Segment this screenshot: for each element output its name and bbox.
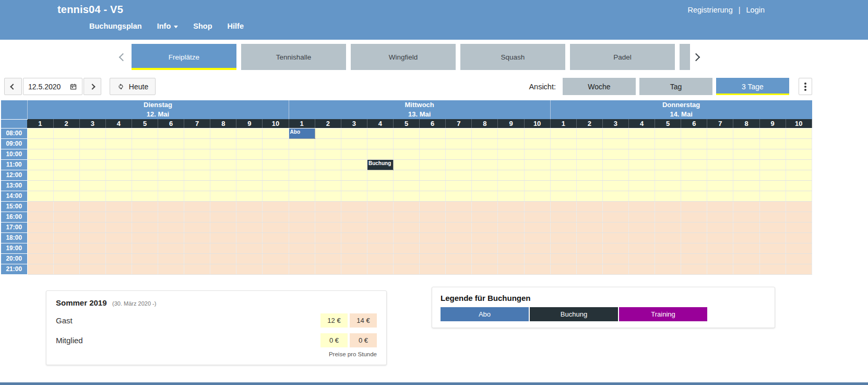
slot[interactable] — [420, 191, 446, 201]
slot[interactable] — [576, 222, 602, 232]
slot[interactable] — [524, 149, 550, 159]
slot[interactable] — [263, 191, 289, 201]
slot[interactable] — [367, 128, 393, 138]
slot[interactable] — [27, 201, 53, 212]
slot[interactable] — [629, 243, 655, 253]
slot[interactable] — [27, 253, 53, 264]
slot[interactable] — [759, 232, 786, 243]
slot[interactable] — [524, 159, 550, 170]
slot[interactable] — [707, 138, 733, 149]
slot[interactable] — [289, 222, 315, 232]
slot[interactable] — [79, 128, 105, 138]
slot[interactable] — [27, 212, 53, 222]
slot[interactable] — [472, 222, 498, 232]
slot[interactable] — [263, 232, 289, 243]
slot[interactable] — [394, 128, 420, 138]
slot[interactable] — [786, 170, 812, 180]
slot[interactable] — [184, 191, 210, 201]
slot[interactable] — [576, 138, 602, 149]
slot[interactable] — [681, 264, 707, 274]
slot[interactable] — [655, 253, 681, 264]
slot[interactable] — [341, 170, 367, 180]
slot[interactable] — [655, 128, 681, 138]
slot[interactable] — [367, 138, 393, 149]
slot[interactable] — [105, 264, 132, 274]
slot[interactable] — [786, 149, 812, 159]
prev-date-button[interactable] — [4, 78, 22, 95]
slot[interactable] — [602, 201, 628, 212]
slot[interactable] — [367, 243, 393, 253]
slot[interactable] — [602, 138, 628, 149]
slot[interactable] — [184, 159, 210, 170]
slot[interactable] — [315, 170, 341, 180]
slot[interactable] — [707, 180, 733, 191]
slot[interactable] — [394, 243, 420, 253]
slot[interactable] — [132, 138, 158, 149]
slot[interactable] — [236, 243, 263, 253]
slot[interactable] — [576, 201, 602, 212]
slot[interactable] — [681, 201, 707, 212]
slot[interactable] — [341, 128, 367, 138]
slot[interactable] — [655, 180, 681, 191]
slot[interactable] — [27, 222, 53, 232]
slot[interactable] — [786, 138, 812, 149]
slot[interactable] — [79, 191, 105, 201]
slot[interactable] — [576, 149, 602, 159]
slot[interactable] — [158, 243, 184, 253]
slot[interactable] — [289, 180, 315, 191]
slot[interactable] — [79, 212, 105, 222]
slot[interactable] — [733, 170, 759, 180]
slot[interactable] — [786, 232, 812, 243]
slot[interactable] — [53, 212, 79, 222]
slot[interactable] — [472, 201, 498, 212]
nav-item-info[interactable]: Info — [157, 22, 179, 30]
nav-item-buchungsplan[interactable]: Buchungsplan — [89, 22, 142, 30]
tab-tennishalle[interactable]: Tennishalle — [241, 44, 346, 70]
slot[interactable] — [550, 149, 576, 159]
slot[interactable] — [576, 232, 602, 243]
slot[interactable] — [524, 253, 550, 264]
slot[interactable] — [184, 180, 210, 191]
slot[interactable] — [210, 138, 236, 149]
slot[interactable] — [524, 222, 550, 232]
slot[interactable] — [158, 170, 184, 180]
slot[interactable] — [315, 128, 341, 138]
slot[interactable] — [105, 170, 132, 180]
slot[interactable] — [105, 222, 132, 232]
slot[interactable] — [263, 149, 289, 159]
slot[interactable] — [707, 212, 733, 222]
slot[interactable] — [132, 243, 158, 253]
slot[interactable] — [524, 232, 550, 243]
slot[interactable] — [394, 222, 420, 232]
slot[interactable] — [79, 201, 105, 212]
slot[interactable] — [498, 191, 524, 201]
slot[interactable] — [759, 253, 786, 264]
view-button-tag[interactable]: Tag — [639, 78, 712, 95]
slot[interactable] — [733, 212, 759, 222]
slot[interactable] — [472, 264, 498, 274]
slot[interactable] — [367, 191, 393, 201]
slot[interactable] — [472, 191, 498, 201]
slot[interactable] — [498, 138, 524, 149]
slot[interactable] — [550, 264, 576, 274]
slot[interactable] — [184, 264, 210, 274]
slot[interactable] — [681, 128, 707, 138]
slot[interactable] — [341, 212, 367, 222]
slot[interactable] — [184, 128, 210, 138]
slot[interactable] — [394, 138, 420, 149]
slot[interactable] — [498, 253, 524, 264]
slot[interactable] — [289, 243, 315, 253]
slot[interactable] — [289, 191, 315, 201]
slot[interactable] — [79, 159, 105, 170]
tabs-scroll-right-button[interactable] — [690, 44, 701, 70]
slot[interactable] — [158, 222, 184, 232]
slot[interactable] — [472, 138, 498, 149]
slot[interactable] — [27, 180, 53, 191]
slot[interactable] — [341, 138, 367, 149]
slot[interactable] — [498, 149, 524, 159]
slot[interactable] — [132, 170, 158, 180]
slot[interactable] — [550, 159, 576, 170]
slot[interactable] — [524, 191, 550, 201]
slot[interactable] — [576, 180, 602, 191]
slot[interactable] — [53, 170, 79, 180]
